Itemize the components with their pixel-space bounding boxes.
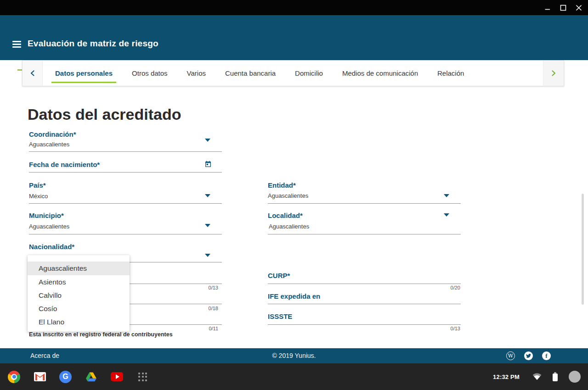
wordpress-icon[interactable]: W	[506, 351, 515, 360]
gmail-icon[interactable]	[34, 371, 46, 383]
dropdown-option[interactable]: Cosío	[28, 302, 130, 315]
taskbar-status[interactable]: 12:32 PM	[493, 363, 588, 390]
fecha-nacimiento-input[interactable]	[29, 172, 222, 173]
page-title: Datos del acreditado	[28, 106, 181, 123]
dropdown-option[interactable]: Asientos	[28, 275, 130, 289]
taskbar-apps: G	[8, 363, 149, 390]
window-titlebar	[0, 0, 588, 15]
tab-cuenta-bancaria[interactable]: Cuenta bancaria	[215, 61, 285, 86]
issste-counter: 0/13	[268, 326, 461, 331]
page-scrollbar[interactable]	[582, 194, 584, 305]
pais-caret-down-icon[interactable]	[205, 194, 210, 197]
maximize-button[interactable]	[560, 4, 567, 11]
entidad-underline	[268, 203, 461, 204]
tabs: Datos personales Otros datos Varios Cuen…	[45, 61, 474, 86]
tabs-scroll-left-button[interactable]	[23, 61, 43, 86]
municipio-underline	[29, 234, 222, 234]
localidad-label: Localidad*	[268, 212, 303, 219]
curp-counter: 0/20	[268, 285, 461, 290]
battery-icon[interactable]	[553, 372, 558, 381]
facebook-icon[interactable]: f	[542, 351, 551, 360]
calendar-icon[interactable]	[204, 161, 212, 168]
nacionalidad-caret-down-icon[interactable]	[205, 254, 210, 257]
app-title: Evaluación de matriz de riesgo	[28, 39, 158, 49]
maximize-icon	[560, 5, 566, 11]
menu-icon[interactable]	[12, 41, 21, 48]
ife-input[interactable]	[268, 304, 461, 304]
rfc-note: Esta inscrito en el registro federal de …	[29, 331, 173, 338]
dropdown-option[interactable]: Calvillo	[28, 289, 130, 302]
minimize-icon	[544, 5, 551, 11]
issste-input[interactable]	[268, 324, 461, 325]
google-icon[interactable]: G	[59, 371, 72, 383]
coordinacion-select-value[interactable]: Aguascalientes	[29, 141, 69, 148]
tab-domicilio[interactable]: Domicilio	[285, 61, 333, 86]
coordinacion-caret-down-icon[interactable]	[205, 139, 210, 142]
localidad-caret-down-icon[interactable]	[444, 213, 449, 217]
curp-label: CURP*	[268, 272, 290, 279]
tab-relacion[interactable]: Relación	[428, 61, 474, 86]
app-launcher-icon[interactable]	[136, 371, 149, 383]
nacionalidad-label: Nacionalidad*	[29, 243, 74, 251]
entidad-label: Entidad*	[268, 181, 296, 189]
dropdown-option[interactable]: El Llano	[28, 315, 130, 329]
minimize-button[interactable]	[544, 4, 551, 11]
municipio-label: Municipio*	[29, 212, 64, 219]
fecha-nacimiento-label: Fecha de nacimiento*	[29, 161, 100, 168]
window-controls	[544, 0, 582, 15]
tab-varios[interactable]: Varios	[177, 61, 215, 86]
tab-datos-personales[interactable]: Datos personales	[45, 61, 122, 86]
copyright-text: © 2019 Yunius.	[272, 352, 316, 359]
tab-otros-datos[interactable]: Otros datos	[122, 61, 177, 86]
close-button[interactable]	[575, 4, 582, 11]
drive-icon[interactable]	[85, 371, 97, 383]
pais-select-value[interactable]: México	[29, 193, 48, 200]
chevron-right-icon	[552, 70, 556, 76]
ife-label: IFE expedida en	[268, 292, 320, 300]
tabs-scroll-right-button[interactable]	[543, 61, 564, 86]
pais-label: País*	[29, 181, 46, 189]
screen: Evaluación de matriz de riesgo Operación…	[0, 0, 588, 390]
taskbar: G 12:32 PM	[0, 363, 588, 390]
about-link[interactable]: Acerca de	[30, 352, 59, 359]
wifi-icon[interactable]	[532, 373, 542, 380]
youtube-icon[interactable]	[111, 371, 123, 383]
clock[interactable]: 12:32 PM	[493, 373, 520, 380]
chevron-left-icon	[30, 70, 34, 76]
entidad-select-value[interactable]: Aguascalientes	[268, 192, 308, 199]
coordinacion-underline	[29, 151, 222, 152]
nacionalidad-dropdown-menu: Aguascalientes Asientos Calvillo Cosío E…	[28, 255, 130, 332]
app-header: Evaluación de matriz de riesgo Operación…	[0, 15, 588, 60]
social-links: W f	[506, 351, 551, 360]
dropdown-option[interactable]: Aguascalientes	[28, 262, 130, 275]
localidad-underline	[268, 234, 461, 234]
section-tabbar: Datos personales Otros datos Varios Cuen…	[22, 60, 564, 86]
issste-label: ISSSTE	[268, 312, 292, 320]
tab-medios-comunicacion[interactable]: Medios de comunicación	[333, 61, 428, 86]
localidad-select-value[interactable]: Aguascalientes	[269, 223, 309, 230]
entidad-caret-down-icon[interactable]	[444, 194, 449, 197]
pais-underline	[29, 203, 222, 204]
page-footer: Acerca de © 2019 Yunius. W f	[0, 348, 588, 363]
municipio-caret-down-icon[interactable]	[205, 224, 210, 227]
twitter-icon[interactable]	[524, 351, 533, 360]
curp-input[interactable]	[268, 284, 461, 284]
municipio-select-value[interactable]: Aguascalientes	[29, 223, 69, 230]
close-icon	[576, 5, 582, 11]
coordinacion-label: Coordinación*	[29, 130, 76, 138]
chrome-icon[interactable]	[8, 371, 20, 383]
avatar[interactable]	[569, 371, 581, 383]
